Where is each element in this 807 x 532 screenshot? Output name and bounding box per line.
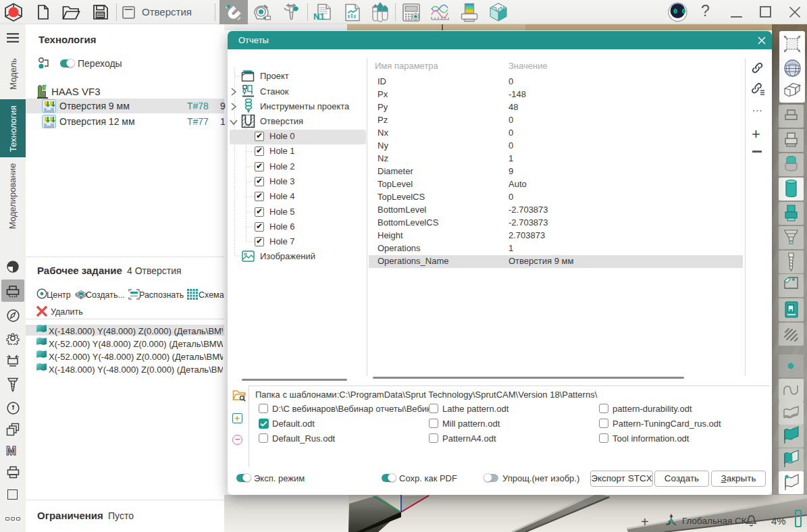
svg-text:0 0: 0 0: [673, 7, 686, 16]
svg-text:M: M: [6, 444, 16, 458]
svg-text:N1: N1: [313, 11, 325, 22]
